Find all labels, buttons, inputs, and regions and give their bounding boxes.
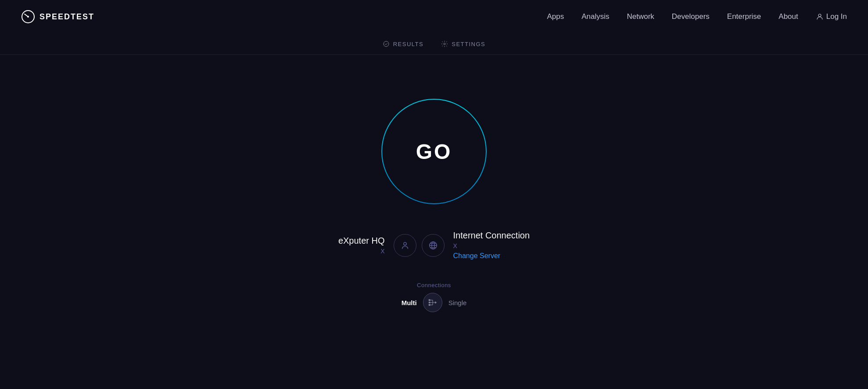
user-icon (816, 13, 824, 21)
settings-label: SETTINGS (452, 41, 485, 47)
login-button[interactable]: Log In (816, 12, 847, 21)
isp-info: eXputer HQ X (338, 236, 385, 255)
speedtest-logo-icon (21, 10, 35, 24)
nav-item-network[interactable]: Network (627, 12, 654, 21)
multi-option[interactable]: Multi (402, 299, 417, 306)
logo[interactable]: SPEEDTEST (21, 10, 94, 24)
go-circle[interactable]: GO (381, 99, 487, 204)
svg-rect-13 (428, 304, 430, 306)
header: SPEEDTEST Apps Analysis Network Develope… (0, 0, 868, 33)
globe-icon (428, 241, 438, 250)
nav-item-apps[interactable]: Apps (547, 12, 564, 21)
single-option[interactable]: Single (448, 299, 467, 306)
isp-name: eXputer HQ (338, 236, 385, 246)
connection-icons (394, 234, 445, 257)
svg-marker-19 (435, 301, 437, 304)
nav-item-developers[interactable]: Developers (672, 12, 710, 21)
svg-rect-11 (428, 299, 430, 301)
multi-connection-icon (428, 298, 438, 307)
internet-label: Internet Connection (453, 231, 530, 241)
connections-section: Connections Multi Single (402, 282, 467, 312)
main-nav: Apps Analysis Network Developers Enterpr… (547, 12, 847, 21)
connections-label: Connections (417, 282, 451, 288)
connection-info: eXputer HQ X Internet Con (338, 231, 530, 260)
go-button[interactable]: GO (381, 99, 487, 204)
nav-item-analysis[interactable]: Analysis (581, 12, 609, 21)
sub-nav: RESULTS SETTINGS (0, 33, 868, 55)
svg-point-5 (403, 242, 406, 245)
svg-point-1 (27, 16, 29, 18)
nav-item-about[interactable]: About (778, 12, 798, 21)
connections-toggle-icon[interactable] (423, 293, 442, 312)
nav-item-enterprise[interactable]: Enterprise (727, 12, 761, 21)
results-tab[interactable]: RESULTS (383, 40, 424, 47)
go-label: GO (416, 140, 452, 164)
internet-status: X (453, 242, 457, 249)
person-icon (400, 241, 410, 250)
svg-point-4 (444, 43, 445, 45)
connections-toggle: Multi Single (402, 293, 467, 312)
isp-status: X (380, 248, 384, 255)
internet-info: Internet Connection X Change Server (453, 231, 530, 260)
svg-point-3 (384, 41, 389, 47)
svg-rect-12 (428, 302, 430, 303)
globe-connection-icon (422, 234, 445, 257)
change-server-link[interactable]: Change Server (453, 252, 501, 260)
main-content: GO eXputer HQ X (0, 81, 868, 312)
user-connection-icon (394, 234, 416, 257)
settings-tab[interactable]: SETTINGS (441, 40, 485, 47)
logo-text: SPEEDTEST (39, 12, 94, 22)
results-icon (383, 40, 390, 47)
settings-icon (441, 40, 448, 47)
results-label: RESULTS (393, 41, 424, 47)
login-label: Log In (826, 12, 847, 21)
svg-point-2 (818, 14, 821, 17)
